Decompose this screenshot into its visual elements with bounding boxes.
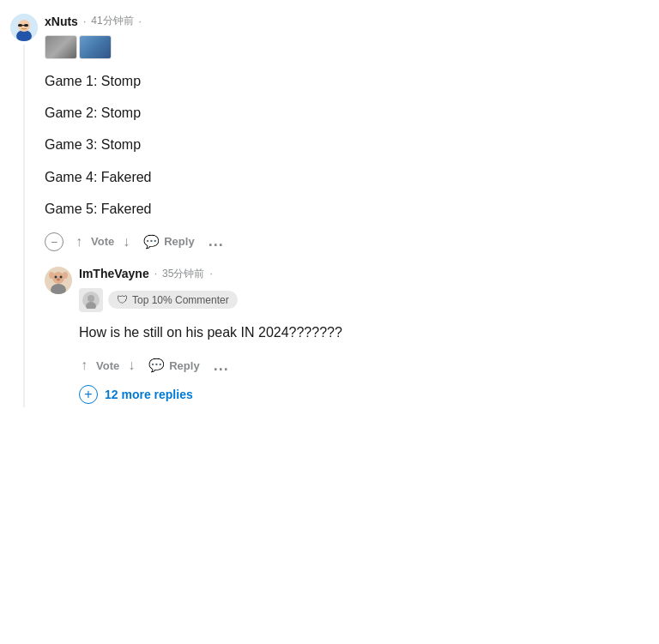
svg-rect-4 bbox=[24, 24, 28, 27]
reply-vote-group: ↑ Vote ↓ bbox=[79, 354, 136, 376]
avatar bbox=[10, 14, 38, 41]
line-2: Game 2: Stomp bbox=[45, 101, 649, 124]
more-options-button[interactable]: ... bbox=[207, 232, 226, 250]
reply-icon: 💬 bbox=[143, 234, 160, 250]
reply-body: ImTheVayne · 35分钟前 · � bbox=[79, 267, 649, 407]
reply-more-options-button[interactable]: ... bbox=[212, 357, 231, 375]
timestamp: 41分钟前 bbox=[91, 14, 133, 28]
thread-line bbox=[23, 45, 25, 407]
downvote-icon: ↓ bbox=[123, 234, 130, 250]
image-thumbnails bbox=[45, 35, 649, 59]
line-5: Game 5: Fakered bbox=[45, 197, 649, 220]
dot1: · bbox=[83, 15, 86, 27]
line-4: Game 4: Fakered bbox=[45, 166, 649, 189]
badge-icon-img bbox=[79, 288, 103, 312]
reply-reply-button[interactable]: 💬 Reply bbox=[147, 354, 201, 376]
dot2: · bbox=[139, 15, 142, 27]
svg-point-11 bbox=[55, 275, 57, 278]
reply-dots-icon: ... bbox=[214, 357, 229, 374]
main-action-bar: − ↑ Vote ↓ 💬 Reply ... bbox=[45, 231, 649, 253]
comment-header: xNuts · 41分钟前 · bbox=[45, 14, 649, 28]
shield-icon: 🛡 bbox=[117, 293, 128, 306]
reply-action-bar: ↑ Vote ↓ 💬 Reply ... bbox=[79, 354, 649, 376]
main-comment-wrapper: xNuts · 41分钟前 · Game 1: Stomp Game 2: St… bbox=[0, 0, 659, 421]
reply-upvote-icon: ↑ bbox=[81, 358, 88, 373]
reply-left-col bbox=[45, 267, 72, 407]
svg-point-12 bbox=[60, 275, 63, 278]
thumbnail-2 bbox=[79, 35, 112, 59]
comment-text: Game 1: Stomp Game 2: Stomp Game 3: Stom… bbox=[45, 69, 649, 220]
line-3: Game 3: Stomp bbox=[45, 133, 649, 156]
reply-header: ImTheVayne · 35分钟前 · bbox=[79, 267, 649, 281]
reply-dot2: · bbox=[209, 268, 212, 280]
reply-line-1: How is he still on his peak IN 2024?????… bbox=[79, 321, 649, 344]
reply-timestamp: 35分钟前 bbox=[162, 267, 204, 281]
main-comment-body: xNuts · 41分钟前 · Game 1: Stomp Game 2: St… bbox=[45, 14, 649, 407]
minus-icon: − bbox=[51, 235, 57, 249]
reply-downvote-icon: ↓ bbox=[128, 358, 135, 373]
commenter-badge: 🛡 Top 10% Commenter bbox=[108, 291, 238, 309]
reply-downvote-button[interactable]: ↓ bbox=[126, 354, 136, 376]
badge-row: 🛡 Top 10% Commenter bbox=[79, 288, 649, 312]
reply-username: ImTheVayne bbox=[79, 267, 149, 280]
reply-avatar bbox=[45, 267, 72, 294]
vote-group: ↑ Vote ↓ bbox=[74, 231, 131, 253]
svg-point-15 bbox=[88, 295, 94, 302]
more-replies-label: 12 more replies bbox=[105, 388, 193, 401]
downvote-button[interactable]: ↓ bbox=[121, 231, 131, 253]
svg-point-7 bbox=[52, 272, 64, 284]
svg-point-13 bbox=[57, 278, 60, 280]
upvote-button[interactable]: ↑ bbox=[74, 231, 84, 253]
plus-icon: + bbox=[79, 385, 98, 404]
reply-container: ImTheVayne · 35分钟前 · � bbox=[45, 267, 649, 407]
reply-button[interactable]: 💬 Reply bbox=[142, 231, 196, 253]
reply-reply-label: Reply bbox=[169, 359, 199, 372]
reply-reply-icon: 💬 bbox=[148, 358, 165, 373]
vote-label: Vote bbox=[89, 232, 116, 251]
svg-point-9 bbox=[49, 272, 54, 279]
dots-icon: ... bbox=[209, 232, 224, 250]
line-1: Game 1: Stomp bbox=[45, 69, 649, 93]
reply-dot1: · bbox=[154, 268, 157, 280]
main-comment-left-col bbox=[10, 14, 38, 407]
upvote-icon: ↑ bbox=[76, 234, 82, 250]
reply-vote-label: Vote bbox=[94, 356, 121, 376]
badge-label: Top 10% Commenter bbox=[132, 294, 229, 306]
more-replies-button[interactable]: + 12 more replies bbox=[79, 376, 193, 407]
collapse-button[interactable]: − bbox=[45, 232, 63, 251]
svg-point-10 bbox=[63, 272, 68, 279]
reply-label: Reply bbox=[164, 235, 194, 248]
reply-upvote-button[interactable]: ↑ bbox=[79, 354, 89, 376]
reply-text: How is he still on his peak IN 2024?????… bbox=[79, 321, 649, 344]
username: xNuts bbox=[45, 15, 78, 28]
svg-rect-3 bbox=[18, 24, 22, 27]
thumbnail-1 bbox=[45, 35, 77, 59]
